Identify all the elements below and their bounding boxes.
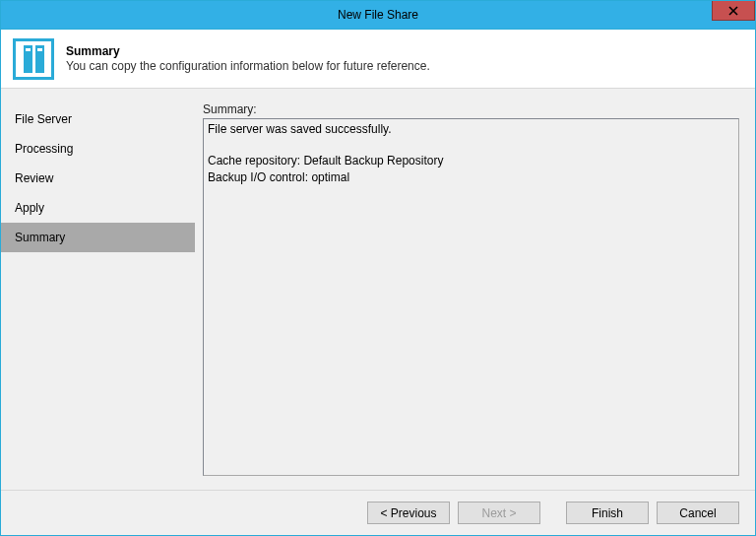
sidebar-item-review[interactable]: Review: [1, 164, 195, 193]
summary-textbox[interactable]: File server was saved successfully. Cach…: [203, 118, 739, 476]
summary-label: Summary:: [203, 102, 739, 116]
sidebar-item-processing[interactable]: Processing: [1, 134, 195, 164]
sidebar-item-apply[interactable]: Apply: [1, 193, 195, 223]
close-button[interactable]: [712, 1, 755, 21]
header-title: Summary: [66, 44, 743, 58]
cancel-button[interactable]: Cancel: [657, 502, 739, 524]
titlebar: New File Share: [1, 1, 755, 30]
sidebar-item-summary[interactable]: Summary: [1, 223, 195, 252]
sidebar-item-file-server[interactable]: File Server: [1, 104, 195, 134]
close-icon: [728, 6, 738, 16]
header-text: Summary You can copy the configuration i…: [66, 44, 743, 73]
dialog-body: File Server Processing Review Apply Summ…: [1, 89, 755, 490]
file-share-icon: [13, 38, 54, 80]
wizard-sidebar: File Server Processing Review Apply Summ…: [1, 89, 195, 490]
main-panel: Summary: File server was saved successfu…: [195, 89, 755, 490]
next-button: Next >: [458, 502, 540, 524]
previous-button[interactable]: < Previous: [367, 502, 450, 524]
dialog-window: New File Share Summary You can copy the …: [0, 0, 756, 536]
finish-button[interactable]: Finish: [566, 502, 649, 524]
header-description: You can copy the configuration informati…: [66, 59, 743, 73]
dialog-header: Summary You can copy the configuration i…: [1, 30, 755, 89]
dialog-footer: < Previous Next > Finish Cancel: [1, 490, 755, 535]
window-title: New File Share: [338, 8, 418, 22]
